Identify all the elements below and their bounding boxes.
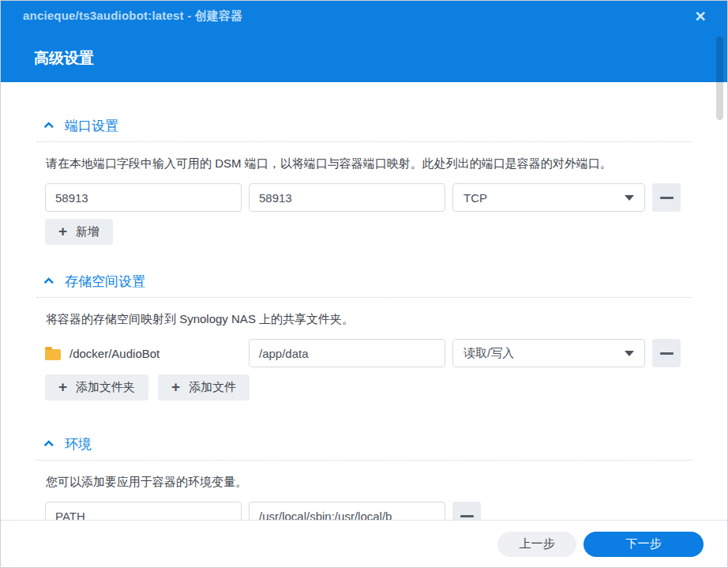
add-file-button[interactable]: + 添加文件 bbox=[158, 374, 250, 401]
shared-folder-cell: /docker/AudioBot bbox=[45, 347, 242, 360]
environment-description: 您可以添加要应用于容器的环境变量。 bbox=[46, 473, 692, 491]
collapse-chevron-icon[interactable] bbox=[43, 276, 54, 287]
volume-mapping-row: /docker/AudioBot 读取/写入 bbox=[45, 339, 692, 367]
protocol-select[interactable]: TCP bbox=[452, 183, 645, 212]
collapse-chevron-icon[interactable] bbox=[43, 121, 54, 131]
add-port-label: 新增 bbox=[76, 224, 99, 239]
dropdown-caret-icon bbox=[625, 351, 634, 356]
storage-actions: + 添加文件夹 + 添加文件 bbox=[45, 374, 692, 401]
minus-icon bbox=[460, 515, 474, 517]
environment-section-header: 环境 bbox=[36, 434, 692, 461]
plus-icon: + bbox=[58, 379, 67, 394]
plus-icon: + bbox=[58, 224, 67, 239]
shared-folder-path: /docker/AudioBot bbox=[69, 347, 159, 360]
environment-section-title[interactable]: 环境 bbox=[65, 435, 92, 453]
storage-section-header: 存储空间设置 bbox=[36, 272, 692, 298]
collapse-chevron-icon[interactable] bbox=[43, 439, 54, 450]
remove-port-button[interactable] bbox=[652, 183, 681, 212]
dialog-header: ancieque/ts3audiobot:latest - 创建容器 ✕ 高级设… bbox=[1, 1, 727, 82]
remove-env-button[interactable] bbox=[452, 502, 481, 520]
add-port-button[interactable]: + 新增 bbox=[45, 219, 113, 245]
env-variable-row bbox=[45, 502, 692, 520]
storage-description: 将容器的存储空间映射到 Synology NAS 上的共享文件夹。 bbox=[46, 310, 692, 328]
dialog-content: 端口设置 请在本地端口字段中输入可用的 DSM 端口，以将端口与容器端口映射。此… bbox=[1, 82, 727, 520]
create-container-dialog: ancieque/ts3audiobot:latest - 创建容器 ✕ 高级设… bbox=[0, 0, 728, 568]
add-folder-button[interactable]: + 添加文件夹 bbox=[45, 374, 148, 401]
container-port-input[interactable] bbox=[249, 183, 445, 212]
plus-icon: + bbox=[171, 379, 180, 394]
add-file-label: 添加文件 bbox=[189, 380, 236, 395]
ports-section-title[interactable]: 端口设置 bbox=[65, 117, 118, 135]
add-folder-label: 添加文件夹 bbox=[76, 380, 135, 395]
protocol-select-value: TCP bbox=[463, 191, 487, 205]
storage-section-toggle[interactable]: 存储空间设置 bbox=[46, 272, 692, 291]
remove-volume-button[interactable] bbox=[652, 339, 681, 367]
local-port-input[interactable] bbox=[45, 183, 242, 212]
storage-section-title[interactable]: 存储空间设置 bbox=[65, 273, 145, 291]
dialog-footer: 上一步 下一步 bbox=[1, 520, 727, 567]
ports-section-header: 端口设置 bbox=[36, 116, 692, 142]
ports-description: 请在本地端口字段中输入可用的 DSM 端口，以将端口与容器端口映射。此处列出的端… bbox=[46, 155, 692, 172]
vertical-scrollbar-thumb[interactable] bbox=[716, 36, 723, 120]
environment-section-toggle[interactable]: 环境 bbox=[46, 434, 692, 453]
previous-step-button[interactable]: 上一步 bbox=[497, 532, 576, 557]
minus-icon bbox=[660, 352, 674, 355]
mount-path-input[interactable] bbox=[249, 339, 445, 367]
page-title: 高级设置 bbox=[34, 48, 94, 69]
next-step-button[interactable]: 下一步 bbox=[584, 532, 704, 557]
permission-select-value: 读取/写入 bbox=[463, 346, 514, 361]
port-mapping-row: TCP bbox=[45, 183, 692, 212]
close-icon[interactable]: ✕ bbox=[689, 6, 711, 28]
folder-icon bbox=[45, 349, 61, 360]
ports-actions: + 新增 bbox=[45, 219, 692, 245]
minus-icon bbox=[660, 197, 674, 199]
dropdown-caret-icon bbox=[625, 195, 634, 201]
env-value-input[interactable] bbox=[249, 502, 445, 520]
env-variable-input[interactable] bbox=[45, 502, 242, 520]
dialog-title: ancieque/ts3audiobot:latest - 创建容器 bbox=[23, 9, 243, 24]
ports-section-toggle[interactable]: 端口设置 bbox=[46, 116, 692, 135]
permission-select[interactable]: 读取/写入 bbox=[452, 339, 645, 367]
